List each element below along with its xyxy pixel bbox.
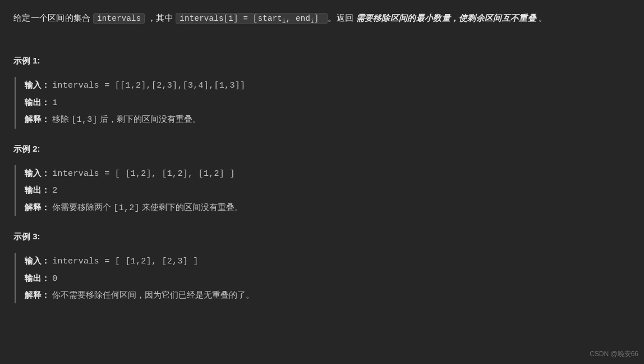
example-heading-3: 示例 3: [13, 229, 631, 244]
desc-text: 。 [539, 13, 547, 22]
input-value: intervals = [ [1,2], [2,3] ] [52, 257, 198, 266]
output-label: 输出： [25, 97, 50, 107]
example-explain-row: 解释： 移除 [1,3] 后，剩下的区间没有重叠。 [25, 111, 631, 129]
example-input-row: 输入： intervals = [ [1,2], [1,2], [1,2] ] [25, 165, 631, 183]
explain-label: 解释： [25, 290, 50, 299]
explain-code: [1,3] [71, 115, 98, 125]
example-output-row: 输出： 0 [25, 270, 631, 288]
input-value: intervals = [[1,2],[2,3],[3,4],[1,3]] [52, 81, 245, 90]
example-block-3: 输入： intervals = [ [1,2], [2,3] ] 输出： 0 解… [15, 253, 631, 303]
example-explain-row: 解释： 你不需要移除任何区间，因为它们已经是无重叠的了。 [25, 287, 631, 303]
desc-text: ，其中 [148, 13, 176, 22]
explain-label: 解释： [25, 202, 50, 212]
input-label: 输入： [25, 256, 50, 265]
output-value: 2 [52, 186, 57, 195]
inline-code-intervals: intervals [93, 13, 145, 24]
example-heading-1: 示例 1: [13, 53, 631, 68]
output-value: 1 [52, 98, 57, 108]
desc-text: 。返回 [328, 13, 356, 22]
example-output-row: 输出： 1 [25, 94, 631, 112]
example-output-row: 输出： 2 [25, 182, 631, 199]
explain-text: 你不需要移除任何区间，因为它们已经是无重叠的了。 [52, 290, 254, 299]
example-input-row: 输入： intervals = [ [1,2], [2,3] ] [25, 253, 631, 270]
example-input-row: 输入： intervals = [[1,2],[2,3],[3,4],[1,3]… [25, 77, 631, 94]
output-label: 输出： [25, 273, 50, 283]
example-heading-2: 示例 2: [13, 141, 631, 156]
input-label: 输入： [25, 168, 50, 178]
example-block-2: 输入： intervals = [ [1,2], [1,2], [1,2] ] … [15, 165, 631, 217]
input-label: 输入： [25, 80, 50, 89]
explain-text: 移除 [52, 114, 71, 124]
explain-text: 来使剩下的区间没有重叠。 [142, 202, 243, 212]
watermark: CSDN @晚安66 [590, 348, 638, 361]
desc-emphasis: 需要移除区间的最小数量，使剩余区间互不重叠 [356, 13, 539, 22]
desc-text: 给定一个区间的集合 [13, 13, 93, 22]
explain-text: 后，剩下的区间没有重叠。 [100, 114, 201, 124]
problem-description: 给定一个区间的集合 intervals ，其中 intervals[i] = [… [13, 10, 631, 26]
explain-text: 你需要移除两个 [52, 202, 113, 212]
explain-code: [1,2] [113, 203, 140, 213]
output-value: 0 [52, 274, 57, 284]
example-block-1: 输入： intervals = [[1,2],[2,3],[3,4],[1,3]… [15, 77, 631, 129]
output-label: 输出： [25, 185, 50, 194]
input-value: intervals = [ [1,2], [1,2], [1,2] ] [52, 169, 235, 179]
explain-label: 解释： [25, 114, 50, 124]
example-explain-row: 解释： 你需要移除两个 [1,2] 来使剩下的区间没有重叠。 [25, 199, 631, 217]
inline-code-intervals-i: intervals[i] = [starti, endi] [176, 13, 328, 24]
